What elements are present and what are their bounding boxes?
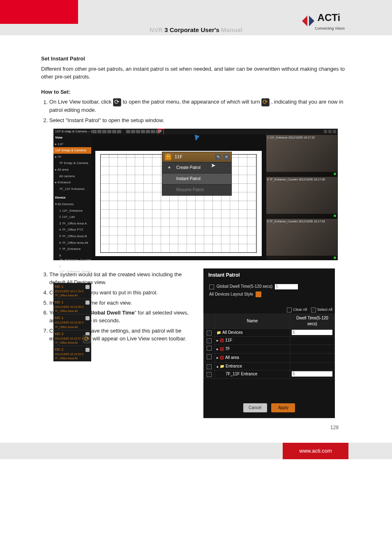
device-item[interactable]: 8 7F_Entrance_Counter bbox=[53, 252, 91, 264]
nvr-screenshot: 11F E-map & Camera – 11F View ▸ 11F 11F … bbox=[53, 129, 338, 260]
device-item[interactable]: 4 7F_Office PTZ bbox=[53, 227, 91, 233]
camera-label: 8 7F_Entrance_Counter 2012/10/05 10:17:3… bbox=[267, 220, 325, 224]
device-item[interactable]: 3 7F_Office Area A bbox=[53, 220, 91, 227]
views-table: Name Dwell Time(5-120 secs) ✓ 📁All Devic… bbox=[203, 314, 335, 379]
device-item[interactable]: 1 11F_Entrance bbox=[53, 208, 91, 214]
camera-label: 8 7F_Entrance_Counter 2012/10/05 10:17:3… bbox=[267, 178, 325, 182]
view-header: View bbox=[53, 134, 91, 141]
brand-red-block bbox=[0, 0, 78, 24]
view-item[interactable]: ▸ Entrance bbox=[53, 179, 91, 186]
table-row[interactable]: ✓ 7F_11F Entrance bbox=[204, 370, 335, 379]
view-item[interactable]: All camera bbox=[53, 173, 91, 180]
edit-icon[interactable]: ✎ bbox=[215, 154, 221, 160]
gdt-checkbox[interactable] bbox=[209, 284, 214, 289]
camera-tile[interactable]: 8 7F_Entrance_Counter 2012/10/05 10:17:3… bbox=[266, 177, 337, 218]
dwell-input[interactable] bbox=[292, 371, 332, 377]
section-heading: Set Instant Patrol bbox=[41, 55, 351, 63]
view-item[interactable]: 7F_11F Entrance bbox=[53, 186, 91, 192]
event-header: Event bbox=[53, 276, 91, 283]
device-item[interactable]: 9 11F_Entrance_Dome bbox=[53, 264, 91, 275]
nvr-map-area: 11F ✎ ✕ +Create Patrol Instant Patrol Re… bbox=[91, 134, 266, 260]
close-icon[interactable]: ✕ bbox=[223, 154, 230, 160]
table-row[interactable]: ✓ 📁All Devices bbox=[204, 328, 335, 337]
play-icon[interactable] bbox=[85, 316, 90, 320]
device-item[interactable]: ▾ All Devices bbox=[53, 201, 91, 208]
play-icon[interactable] bbox=[85, 348, 90, 352]
page-content: Set Instant Patrol Different from other … bbox=[0, 35, 392, 443]
header-bar: ACTi Connecting Vision NVR NVR 3 Corpora… bbox=[0, 0, 392, 35]
lock-icon[interactable] bbox=[165, 154, 171, 160]
event-row[interactable]: MD 12012/10/05 10:16:55 6 7F_Office Area… bbox=[53, 298, 91, 314]
instant-patrol-dialog: Instant Patrol Global Dwell Time(5-120 s… bbox=[203, 268, 335, 418]
camera-label: 1 11F_Entrance 2012/10/05 10:17:32 bbox=[267, 136, 315, 140]
footer-url: www.acti.com bbox=[283, 443, 348, 459]
cursor-icon: ➤ bbox=[211, 161, 216, 169]
event-row[interactable]: MD 12012/10/05 10:16:42 6 7F_Office Area… bbox=[53, 314, 91, 330]
select-all[interactable]: ✓Select All bbox=[311, 307, 332, 312]
clear-all[interactable]: Clear All bbox=[287, 307, 307, 312]
gdt-input[interactable] bbox=[275, 284, 298, 289]
logo-text: ACTi bbox=[318, 11, 345, 25]
step-2: Select "Instant Patrol" to open the setu… bbox=[49, 117, 351, 125]
layout-icon[interactable] bbox=[256, 291, 261, 297]
table-row[interactable]: ▸7F bbox=[204, 345, 335, 354]
page-number: 129 bbox=[330, 424, 339, 431]
layout-label: All Devices Layout Style bbox=[209, 291, 253, 298]
patrol-icon bbox=[113, 98, 121, 106]
col-dwell: Dwell Time(5-120 secs) bbox=[290, 314, 335, 328]
layout-row[interactable]: All Devices Layout Style bbox=[203, 291, 335, 298]
patrol-popup: 11F ✎ ✕ +Create Patrol Instant Patrol Re… bbox=[162, 152, 232, 196]
table-row[interactable]: ✓ ▴📁Entrance bbox=[204, 362, 335, 370]
resume-patrol-option[interactable]: Resume Patrol bbox=[162, 184, 231, 195]
nvr-topbar: 11F E-map & Camera – 11F bbox=[53, 129, 338, 134]
intro-paragraph: Different from other pre-set patrols, an… bbox=[41, 65, 351, 81]
popup-title: 11F bbox=[174, 154, 215, 160]
logo-icon bbox=[302, 16, 315, 26]
nvr-camera-column: 1 11F_Entrance 2012/10/05 10:17:32 8 7F_… bbox=[266, 134, 338, 260]
instant-patrol-option[interactable]: Instant Patrol bbox=[162, 173, 231, 184]
device-item[interactable]: 7 7F_Entrance bbox=[53, 246, 91, 252]
device-item[interactable]: 6 7F_Office Area All bbox=[53, 240, 91, 246]
view-item-selected[interactable]: 11F Emap & Camera bbox=[53, 147, 91, 154]
camera-tile[interactable]: 1 11F_Entrance 2012/10/05 10:17:32 bbox=[266, 135, 337, 176]
howto-heading: How to Set: bbox=[41, 88, 351, 96]
view-item[interactable]: ▸ 7F bbox=[53, 154, 91, 160]
col-name: Name bbox=[215, 314, 290, 328]
table-row[interactable]: ▸All area bbox=[204, 354, 335, 363]
device-header: Device bbox=[53, 194, 91, 201]
doc-title: NVR NVR 3 Corporate User's Manual3 Corpo… bbox=[0, 25, 392, 35]
footer-bar: www.acti.com bbox=[0, 443, 392, 459]
table-row[interactable]: ✓ ▸11F bbox=[204, 337, 335, 345]
nvr-left-panel: View ▸ 11F 11F Emap & Camera ▸ 7F 7F Ema… bbox=[53, 134, 91, 260]
view-item[interactable]: ▸ All area bbox=[53, 166, 91, 173]
patrol-icon-active bbox=[83, 335, 91, 343]
create-patrol-option[interactable]: +Create Patrol bbox=[162, 162, 231, 173]
play-icon[interactable] bbox=[85, 285, 90, 289]
step-1: On Live View toolbar, click to open the … bbox=[49, 98, 351, 114]
device-item[interactable]: 5 7F_Office Area B bbox=[53, 233, 91, 240]
view-item[interactable]: 7F Emap & Camera bbox=[53, 160, 91, 166]
callout-arrow-icon bbox=[193, 135, 199, 142]
howto-steps: On Live View toolbar, click to open the … bbox=[41, 98, 351, 125]
dwell-input[interactable] bbox=[292, 330, 332, 335]
window-title: 11F E-map & Camera – 11F bbox=[55, 129, 96, 134]
gdt-row[interactable]: Global Dwell Time(5-120 secs) bbox=[203, 283, 335, 291]
event-row[interactable]: MD 22012/10/05 10:15:54 6 7F_Office Area… bbox=[53, 346, 91, 361]
dialog-title: Instant Patrol bbox=[203, 268, 335, 283]
cancel-button[interactable]: Cancel bbox=[243, 403, 267, 413]
camera-tile[interactable]: 8 7F_Entrance_Counter 2012/10/05 10:17:3… bbox=[266, 219, 337, 260]
play-icon[interactable] bbox=[85, 301, 90, 305]
patrol-icon-active bbox=[261, 98, 270, 106]
event-row[interactable]: MD 12012/10/05 10:17:25 6 7F_Office Area… bbox=[53, 283, 91, 298]
apply-button[interactable]: Apply bbox=[271, 403, 295, 413]
view-item[interactable]: ▸ 11F bbox=[53, 141, 91, 148]
device-item[interactable]: 2 11F_Lab bbox=[53, 214, 91, 220]
gdt-label: Global Dwell Time(5-120 secs) bbox=[217, 284, 272, 290]
